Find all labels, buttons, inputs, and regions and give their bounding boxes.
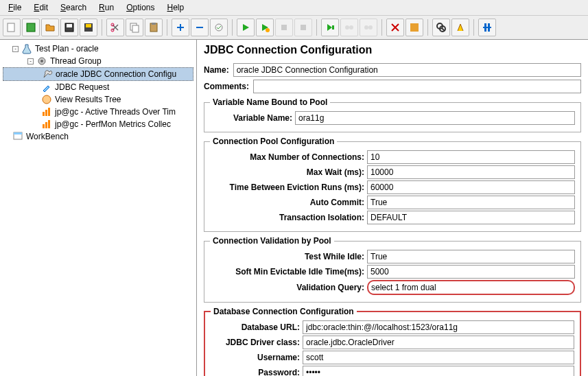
stop-icon[interactable] (275, 19, 293, 36)
maxwait-input[interactable] (367, 165, 575, 179)
tree-jdbc-config[interactable]: oracle JDBC Connection Configu (3, 67, 193, 81)
password-input[interactable] (303, 366, 574, 376)
tree-active-threads[interactable]: jp@gc - Active Threads Over Tim (3, 106, 193, 118)
menu-help[interactable]: Help (162, 1, 190, 14)
dbconn-legend: Database Connection Configuration (211, 307, 357, 316)
reset-search-icon[interactable] (451, 19, 469, 36)
svg-rect-31 (45, 110, 47, 116)
autocommit-label: Auto Commit: (210, 198, 364, 207)
paste-icon[interactable] (145, 19, 163, 36)
name-label: Name: (204, 65, 229, 75)
tree-workbench-label: WorkBench (26, 132, 69, 141)
menu-search[interactable]: Search (55, 1, 92, 14)
tree-group-label: Thread Group (50, 56, 102, 66)
driver-label: JDBC Driver class: (211, 338, 300, 347)
testidle-input[interactable] (367, 250, 575, 263)
open-icon[interactable] (41, 19, 59, 36)
comments-label: Comments: (204, 82, 249, 91)
toolbar (0, 16, 588, 40)
remote-shutdown-icon[interactable] (360, 19, 377, 36)
menubar: File Edit Search Run Options Help (0, 0, 588, 16)
tree-item-label: oracle JDBC Connection Configu (56, 69, 176, 79)
remote-stop-icon[interactable] (340, 19, 358, 36)
comments-input[interactable] (253, 80, 581, 93)
workbench-icon (12, 131, 23, 142)
search-icon[interactable] (432, 19, 450, 36)
shutdown-icon[interactable] (294, 19, 312, 36)
softmin-label: Soft Min Evictable Idle Time(ms): (210, 267, 364, 277)
varname-label: Variable Name: (210, 113, 292, 123)
new-icon[interactable] (3, 19, 21, 36)
clear-icon[interactable] (386, 19, 404, 36)
gear-icon (36, 56, 47, 67)
isolation-label: Transaction Isolation: (210, 213, 364, 222)
copy-icon[interactable] (126, 19, 143, 36)
toggle-icon[interactable] (210, 19, 228, 36)
username-input[interactable] (303, 351, 574, 364)
tree-results-tree[interactable]: View Results Tree (3, 93, 193, 106)
svg-rect-15 (301, 25, 306, 30)
testidle-label: Test While Idle: (210, 252, 364, 261)
svg-rect-30 (43, 112, 45, 116)
softmin-input[interactable] (367, 265, 575, 279)
chart-icon (41, 119, 52, 130)
svg-rect-37 (14, 132, 22, 134)
start-notimers-icon[interactable] (256, 19, 274, 36)
svg-point-19 (364, 25, 368, 30)
tree-workbench[interactable]: WorkBench (3, 130, 193, 143)
maxwait-label: Max Wait (ms): (210, 167, 364, 177)
vquery-input[interactable] (367, 280, 575, 295)
svg-rect-9 (132, 25, 139, 32)
autocommit-input[interactable] (367, 196, 575, 209)
menu-run[interactable]: Run (93, 1, 119, 14)
save-icon[interactable] (60, 19, 78, 36)
validation-fieldset: Connection Validation by Pool Test While… (204, 236, 581, 303)
clearall-icon[interactable] (405, 19, 423, 36)
start-icon[interactable] (237, 19, 255, 36)
saveas-icon[interactable] (80, 19, 97, 36)
menu-edit[interactable]: Edit (28, 1, 54, 14)
menu-file[interactable]: File (3, 1, 27, 14)
svg-rect-14 (281, 25, 287, 30)
svg-point-28 (40, 60, 43, 62)
name-input[interactable] (233, 63, 581, 77)
tree-perfmon[interactable]: jp@gc - PerfMon Metrics Collec (3, 118, 193, 130)
templates-icon[interactable] (22, 19, 40, 36)
pool-fieldset: Variable Name Bound to Pool Variable Nam… (204, 97, 581, 132)
maxconn-label: Max Number of Connections: (210, 152, 364, 162)
varname-input[interactable] (295, 111, 575, 125)
function-helper-icon[interactable] (478, 19, 496, 36)
collapse-handle-icon[interactable]: - (12, 46, 19, 52)
tree-root[interactable]: - Test Plan - oracle (3, 43, 193, 55)
isolation-input[interactable] (367, 211, 575, 224)
driver-input[interactable] (303, 336, 574, 349)
connpool-legend: Connection Pool Configuration (210, 137, 337, 146)
svg-point-20 (368, 25, 373, 30)
menu-options[interactable]: Options (121, 1, 160, 14)
username-label: Username: (211, 353, 300, 362)
dbconn-fieldset: Database Connection Configuration Databa… (204, 307, 581, 376)
tree-item-label: JDBC Request (55, 82, 109, 92)
svg-rect-34 (45, 122, 47, 128)
remote-start-icon[interactable] (321, 19, 339, 36)
pipette-icon (41, 82, 52, 93)
maxconn-input[interactable] (367, 150, 575, 164)
svg-point-18 (349, 25, 353, 30)
expand-icon[interactable] (172, 19, 189, 36)
evict-input[interactable] (367, 180, 575, 194)
svg-rect-32 (48, 108, 50, 116)
cut-icon[interactable] (106, 19, 124, 36)
collapse-handle-icon[interactable]: - (27, 58, 34, 64)
svg-rect-1 (27, 23, 35, 32)
collapse-icon[interactable] (191, 19, 209, 36)
tree-thread-group[interactable]: - Thread Group (3, 55, 193, 67)
flask-icon (21, 43, 32, 54)
tree-root-label: Test Plan - oracle (35, 44, 99, 54)
dburl-input[interactable] (303, 320, 574, 334)
tree-item-label: jp@gc - Active Threads Over Tim (55, 107, 176, 117)
svg-rect-5 (86, 24, 91, 27)
svg-point-13 (266, 28, 270, 32)
svg-rect-0 (8, 23, 14, 32)
svg-rect-26 (483, 27, 491, 28)
tree-jdbc-request[interactable]: JDBC Request (3, 81, 193, 93)
